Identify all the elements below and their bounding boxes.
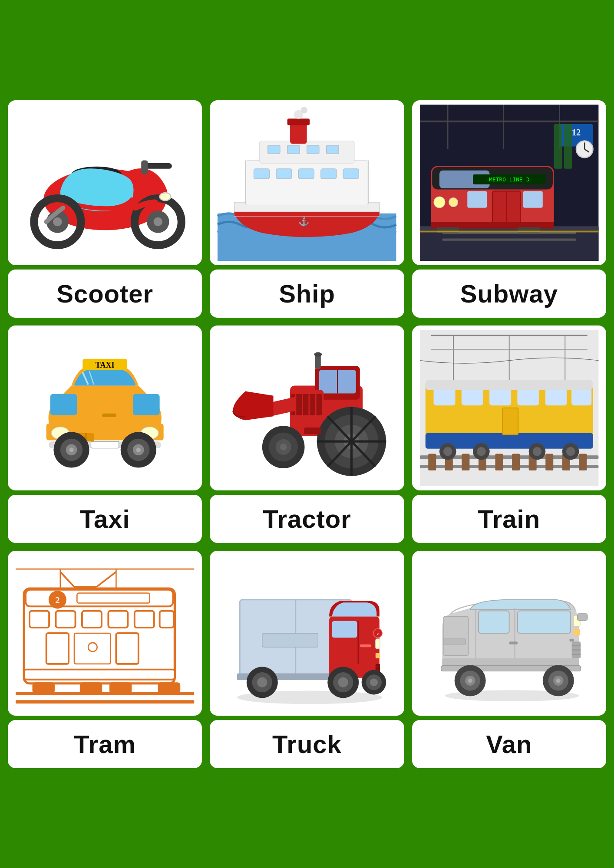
- taxi-label: Taxi: [8, 495, 202, 543]
- svg-rect-174: [16, 700, 194, 704]
- svg-rect-134: [462, 454, 469, 470]
- svg-point-200: [370, 678, 378, 686]
- svg-rect-169: [116, 633, 138, 664]
- svg-rect-209: [443, 616, 469, 655]
- scooter-image: [8, 100, 202, 265]
- svg-rect-165: [108, 611, 128, 628]
- svg-rect-99: [315, 355, 321, 368]
- svg-rect-128: [502, 408, 518, 435]
- card-tram: 2: [8, 551, 202, 768]
- svg-point-50: [434, 197, 445, 208]
- card-scooter: Scooter: [8, 100, 202, 318]
- scooter-svg: [12, 105, 198, 261]
- svg-text:2: 2: [55, 595, 59, 605]
- svg-text:V: V: [376, 632, 380, 636]
- svg-rect-126: [545, 388, 567, 405]
- subway-svg: 12 METRO LINE 3: [416, 105, 602, 261]
- van-image: [412, 551, 606, 716]
- svg-rect-161: [77, 593, 149, 603]
- svg-rect-139: [545, 454, 553, 470]
- svg-rect-162: [30, 611, 49, 628]
- svg-rect-213: [518, 611, 571, 633]
- svg-rect-232: [577, 614, 587, 620]
- svg-rect-212: [479, 611, 509, 633]
- svg-rect-21: [268, 145, 280, 153]
- van-label: Van: [412, 720, 606, 768]
- svg-rect-17: [299, 168, 314, 178]
- svg-rect-167: [160, 611, 174, 628]
- svg-rect-2: [141, 160, 148, 174]
- svg-point-145: [477, 447, 486, 456]
- tractor-label: Tractor: [210, 495, 404, 543]
- svg-rect-87: [102, 413, 116, 417]
- svg-rect-18: [321, 168, 337, 178]
- svg-rect-125: [518, 388, 539, 405]
- svg-rect-57: [523, 191, 542, 208]
- truck-label: Truck: [210, 720, 404, 768]
- svg-rect-122: [434, 388, 455, 405]
- svg-rect-69: [133, 394, 160, 415]
- svg-rect-124: [489, 388, 511, 405]
- svg-rect-88: [91, 441, 119, 448]
- svg-point-203: [257, 677, 267, 687]
- svg-rect-166: [135, 611, 154, 628]
- svg-rect-26: [287, 118, 310, 125]
- train-label: Train: [412, 495, 606, 543]
- svg-point-171: [88, 642, 97, 651]
- svg-point-51: [449, 197, 458, 207]
- svg-rect-23: [307, 145, 319, 153]
- svg-point-197: [338, 677, 348, 687]
- taxi-image: TAXI: [8, 326, 202, 490]
- svg-point-225: [556, 678, 560, 683]
- scooter-label: Scooter: [8, 270, 202, 318]
- svg-rect-172: [24, 669, 175, 679]
- svg-rect-141: [579, 454, 587, 470]
- svg-point-149: [566, 447, 575, 456]
- svg-rect-1: [144, 163, 172, 169]
- svg-point-143: [443, 447, 452, 456]
- svg-rect-15: [254, 168, 270, 178]
- svg-rect-56: [467, 191, 487, 208]
- train-svg: [416, 330, 602, 486]
- svg-rect-13: [234, 211, 380, 216]
- tractor-svg: [214, 330, 399, 486]
- svg-rect-24: [327, 145, 339, 153]
- svg-rect-61: [420, 230, 598, 232]
- svg-rect-168: [46, 633, 69, 664]
- svg-rect-187: [360, 644, 371, 647]
- ship-image: ⚓: [210, 100, 404, 265]
- svg-rect-36: [442, 238, 576, 240]
- svg-rect-132: [428, 454, 436, 470]
- svg-text:⚓: ⚓: [299, 216, 310, 227]
- tram-label: Tram: [8, 720, 202, 768]
- svg-rect-188: [376, 638, 380, 648]
- tram-image: 2: [8, 551, 202, 716]
- card-taxi: TAXI: [8, 326, 202, 543]
- svg-rect-206: [262, 633, 318, 647]
- card-train: Train: [412, 326, 606, 543]
- svg-rect-230: [569, 638, 574, 641]
- taxi-svg: TAXI: [12, 330, 198, 486]
- tram-svg: 2: [12, 555, 198, 711]
- svg-rect-14: [246, 160, 369, 205]
- svg-rect-163: [56, 611, 76, 628]
- svg-rect-214: [443, 638, 465, 644]
- svg-rect-136: [495, 454, 503, 470]
- svg-rect-129: [425, 380, 593, 390]
- svg-point-147: [532, 447, 541, 456]
- card-truck: V Truck: [210, 551, 404, 768]
- svg-rect-231: [509, 641, 517, 644]
- svg-point-100: [314, 352, 322, 356]
- svg-text:TAXI: TAXI: [96, 361, 115, 369]
- svg-rect-63: [564, 124, 572, 169]
- train-image: [412, 326, 606, 490]
- svg-rect-216: [573, 628, 580, 635]
- svg-rect-178: [158, 682, 180, 694]
- svg-rect-177: [109, 682, 132, 694]
- svg-rect-176: [80, 682, 102, 694]
- svg-point-9: [53, 217, 62, 226]
- svg-rect-137: [512, 454, 520, 470]
- tractor-image: [210, 326, 404, 490]
- svg-point-6: [154, 217, 163, 226]
- card-van: Van: [412, 551, 606, 768]
